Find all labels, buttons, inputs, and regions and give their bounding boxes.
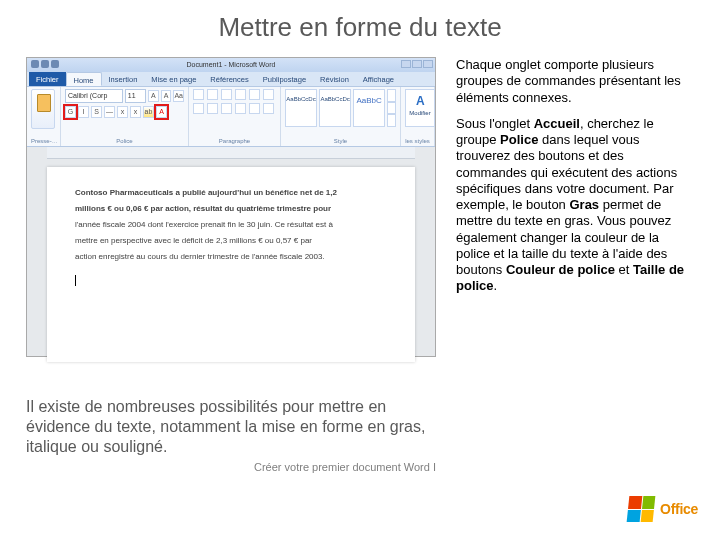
quick-access-toolbar [31, 60, 59, 68]
group-label-font: Police [65, 138, 184, 144]
justify-button[interactable] [235, 103, 246, 114]
left-column: Document1 - Microsoft Word Fichier Home … [26, 57, 436, 473]
tab-view[interactable]: Affichage [356, 72, 401, 86]
word-screenshot: Document1 - Microsoft Word Fichier Home … [26, 57, 436, 357]
highlight-button[interactable]: ab [143, 106, 154, 118]
group-paragraph: Paragraphe [189, 87, 281, 146]
align-left-button[interactable] [193, 103, 204, 114]
numbering-button[interactable] [207, 89, 218, 100]
font-size-select[interactable]: 11 [125, 89, 146, 103]
align-right-button[interactable] [221, 103, 232, 114]
font-name-select[interactable]: Calibri (Corp [65, 89, 123, 103]
tab-mailings[interactable]: Publipostage [256, 72, 313, 86]
paste-button[interactable] [31, 89, 55, 129]
window-title: Document1 - Microsoft Word [187, 61, 276, 68]
group-editing: Modifier les styles [401, 87, 435, 146]
group-label-paragraph: Paragraphe [193, 138, 276, 144]
right-paragraph-1: Chaque onglet comporte plusieurs groupes… [456, 57, 694, 106]
shrink-font-button[interactable]: A [161, 90, 172, 102]
ribbon: Presse-… Calibri (Corp 11 A A Aa G I S — [27, 87, 435, 147]
subscript-button[interactable]: x [117, 106, 128, 118]
multilevel-button[interactable] [221, 89, 232, 100]
document-page: Contoso Pharmaceuticals a publié aujourd… [47, 167, 415, 362]
shading-button[interactable] [263, 103, 274, 114]
group-label-clipboard: Presse-… [31, 138, 56, 144]
underline-button[interactable]: S [91, 106, 102, 118]
ribbon-tabs: Fichier Home Insertion Mise en page Réfé… [27, 72, 435, 87]
style-nospace[interactable]: AaBbCcDc [319, 89, 351, 127]
change-styles-button[interactable]: Modifier [405, 89, 435, 127]
content-row: Document1 - Microsoft Word Fichier Home … [0, 57, 720, 473]
style-normal[interactable]: AaBbCcDc [285, 89, 317, 127]
sort-button[interactable] [263, 89, 274, 100]
bold-button[interactable]: G [65, 106, 76, 118]
caption: Il existe de nombreuses possibilités pou… [26, 397, 436, 457]
indent-inc-button[interactable] [249, 89, 260, 100]
strike-button[interactable]: — [104, 106, 115, 118]
clear-format-button[interactable]: Aa [173, 90, 184, 102]
tab-home[interactable]: Home [66, 72, 102, 86]
right-column: Chaque onglet comporte plusieurs groupes… [436, 57, 694, 473]
group-label-styles: Style [285, 138, 396, 144]
bullets-button[interactable] [193, 89, 204, 100]
slide-title: Mettre en forme du texte [0, 0, 720, 57]
grow-font-button[interactable]: A [148, 90, 159, 102]
office-logo-icon [627, 496, 656, 522]
doc-line: l'année fiscale 2004 dont l'exercice pre… [75, 219, 387, 231]
window-buttons [401, 60, 433, 68]
group-font: Calibri (Corp 11 A A Aa G I S — x x ab [61, 87, 189, 146]
indent-dec-button[interactable] [235, 89, 246, 100]
tab-file[interactable]: Fichier [29, 72, 66, 86]
office-logo: Office [628, 496, 698, 522]
align-center-button[interactable] [207, 103, 218, 114]
office-logo-text: Office [660, 501, 698, 517]
doc-line: Contoso Pharmaceuticals a publié aujourd… [75, 187, 387, 199]
style-heading1[interactable]: AaBbC [353, 89, 385, 127]
tab-references[interactable]: Références [203, 72, 255, 86]
group-label-editing: les styles [405, 138, 430, 144]
italic-button[interactable]: I [78, 106, 89, 118]
doc-line: mettre en perspective avec le déficit de… [75, 235, 387, 247]
tab-insert[interactable]: Insertion [102, 72, 145, 86]
styles-scroll[interactable] [387, 89, 396, 127]
group-clipboard: Presse-… [27, 87, 61, 146]
superscript-button[interactable]: x [130, 106, 141, 118]
font-color-button[interactable]: A [156, 106, 167, 118]
spacing-button[interactable] [249, 103, 260, 114]
tab-review[interactable]: Révision [313, 72, 356, 86]
group-styles: AaBbCcDc AaBbCcDc AaBbC Style [281, 87, 401, 146]
footer-text: Créer votre premier document Word I [26, 461, 436, 473]
text-cursor [75, 275, 76, 286]
tab-layout[interactable]: Mise en page [144, 72, 203, 86]
doc-line: action enregistré au cours du dernier tr… [75, 251, 387, 263]
doc-line: millions € ou 0,06 € par action, résulta… [75, 203, 387, 215]
right-paragraph-2: Sous l'onglet Accueil, cherchez le group… [456, 116, 694, 295]
titlebar: Document1 - Microsoft Word [27, 58, 435, 72]
ruler [47, 147, 415, 159]
